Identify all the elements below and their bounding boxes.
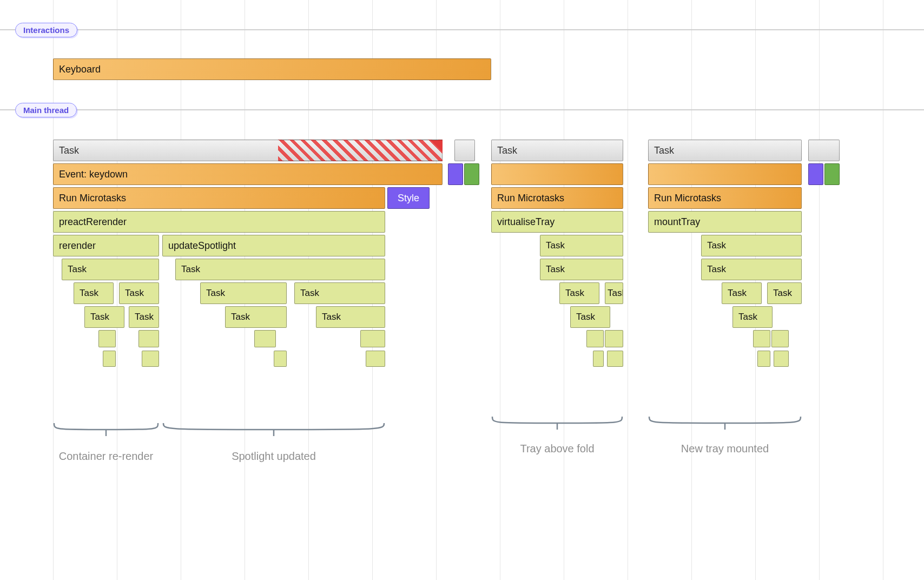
- task-leaf-tiny[interactable]: [142, 351, 159, 367]
- task-leaf[interactable]: Task: [732, 306, 773, 328]
- gridline: [500, 0, 500, 580]
- task-leaf[interactable]: Task: [84, 306, 124, 328]
- update-spotlight-bar[interactable]: updateSpotlight: [162, 235, 385, 256]
- purple-chip[interactable]: [448, 163, 463, 185]
- run-microtasks-bar[interactable]: Run Microtasks: [648, 187, 802, 209]
- style-bar[interactable]: Style: [387, 187, 430, 209]
- task-leaf[interactable]: Task: [294, 282, 385, 304]
- preact-rerender-bar[interactable]: preactRerender: [53, 211, 385, 233]
- purple-chip[interactable]: [808, 163, 823, 185]
- task-leaf[interactable]: Task: [74, 282, 114, 304]
- rerender-bar[interactable]: rerender: [53, 235, 159, 256]
- gridline: [436, 0, 437, 580]
- task-leaf-tiny[interactable]: [774, 351, 789, 367]
- task-leaf-tiny[interactable]: [771, 330, 789, 347]
- task-leaf-tiny[interactable]: [98, 330, 116, 347]
- brace-container-rerender: [53, 422, 159, 438]
- caption-tray-above-fold: Tray above fold: [487, 443, 628, 455]
- task-leaf-tiny[interactable]: [607, 351, 623, 367]
- task-leaf[interactable]: Task: [701, 235, 802, 256]
- virtualise-tray-bar[interactable]: virtualiseTray: [491, 211, 623, 233]
- interactions-pill[interactable]: Interactions: [15, 23, 77, 37]
- task-bar[interactable]: Task: [648, 140, 802, 161]
- run-microtasks-bar[interactable]: Run Microtasks: [491, 187, 623, 209]
- task-leaf[interactable]: Task: [175, 259, 385, 280]
- gridline: [819, 0, 820, 580]
- task-leaf[interactable]: Task: [540, 235, 623, 256]
- task-bar-sliver[interactable]: [454, 140, 475, 161]
- caption-spotlight-updated: Spotlight updated: [203, 450, 344, 463]
- green-chip[interactable]: [464, 163, 479, 185]
- task-leaf-tiny[interactable]: [586, 330, 604, 347]
- main-thread-pill[interactable]: Main thread: [15, 103, 77, 117]
- task-leaf-tiny[interactable]: [593, 351, 604, 367]
- brace-tray-above-fold: [491, 416, 623, 432]
- task-leaf-tiny[interactable]: [274, 351, 287, 367]
- task-leaf-tiny[interactable]: [254, 330, 276, 347]
- mount-tray-bar[interactable]: mountTray: [648, 211, 802, 233]
- gridline: [53, 0, 54, 580]
- brace-new-tray-mounted: [648, 416, 802, 432]
- task-leaf[interactable]: Task: [559, 282, 599, 304]
- caption-container-rerender: Container re-render: [36, 450, 176, 463]
- brace-spotlight-updated: [162, 422, 385, 438]
- task-leaf-tiny[interactable]: [138, 330, 159, 347]
- gridline: [628, 0, 628, 580]
- gridline: [181, 0, 181, 580]
- orange-bar-blockB[interactable]: [491, 163, 623, 185]
- task-bar-sliver[interactable]: [808, 140, 840, 161]
- task-leaf[interactable]: Task: [767, 282, 802, 304]
- main-thread-line: [0, 109, 924, 110]
- task-leaf[interactable]: Task: [540, 259, 623, 280]
- task-leaf[interactable]: Task: [129, 306, 159, 328]
- task-leaf-tiny[interactable]: [753, 330, 770, 347]
- task-leaf[interactable]: Task: [119, 282, 159, 304]
- caption-new-tray-mounted: New tray mounted: [655, 443, 795, 455]
- flame-chart-canvas: Interactions Keyboard Main thread Task E…: [0, 0, 924, 580]
- task-leaf[interactable]: Task: [200, 282, 287, 304]
- task-bar[interactable]: Task: [53, 140, 443, 161]
- task-leaf[interactable]: Task: [316, 306, 385, 328]
- task-leaf[interactable]: Task: [722, 282, 762, 304]
- gridline: [691, 0, 692, 580]
- task-leaf-tiny[interactable]: [757, 351, 770, 367]
- task-leaf[interactable]: Task: [62, 259, 159, 280]
- task-leaf-tiny[interactable]: [366, 351, 385, 367]
- run-microtasks-bar[interactable]: Run Microtasks: [53, 187, 385, 209]
- task-leaf[interactable]: Task: [225, 306, 287, 328]
- interaction-keyboard[interactable]: Keyboard: [53, 58, 491, 80]
- task-leaf-tiny[interactable]: [605, 330, 623, 347]
- interactions-line: [0, 29, 924, 30]
- task-leaf-tiny[interactable]: [103, 351, 116, 367]
- orange-bar-blockC[interactable]: [648, 163, 802, 185]
- green-chip[interactable]: [824, 163, 840, 185]
- gridline: [117, 0, 117, 580]
- gridline: [883, 0, 883, 580]
- task-leaf-tiny[interactable]: [360, 330, 385, 347]
- task-bar[interactable]: Task: [491, 140, 623, 161]
- task-leaf[interactable]: Task: [701, 259, 802, 280]
- task-leaf[interactable]: Task: [605, 282, 623, 304]
- event-keydown-bar[interactable]: Event: keydown: [53, 163, 443, 185]
- task-leaf[interactable]: Task: [570, 306, 610, 328]
